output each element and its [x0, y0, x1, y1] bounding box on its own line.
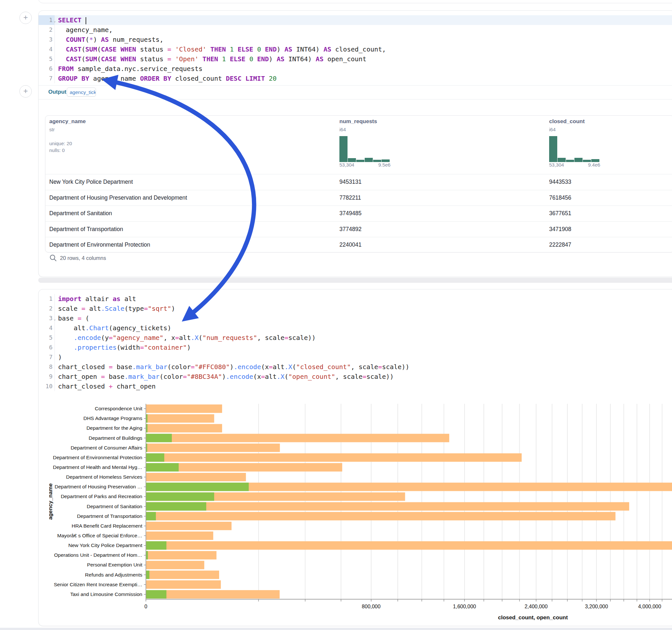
column-name: num_requests	[339, 118, 407, 125]
table-cell: Department of Sanitation	[49, 210, 112, 217]
table-cell: Department of Housing Preservation and D…	[49, 194, 187, 201]
svg-text:Refunds and Adjustments: Refunds and Adjustments	[85, 572, 142, 578]
add-cell-button-output[interactable]: +	[20, 85, 32, 98]
column-stat-unique: unique: 20	[49, 141, 86, 146]
code-line[interactable]: 9chart_open = base.mark_bar(color="#8BC3…	[39, 372, 672, 382]
table-cell: Department of Environmental Protection	[49, 241, 150, 248]
svg-text:Department of Consumer Affairs: Department of Consumer Affairs	[71, 445, 142, 451]
svg-text:agency_name: agency_name	[47, 483, 53, 519]
table-cell: 7618456	[549, 194, 571, 201]
code-line[interactable]: 7GROUP BY agency_name ORDER BY closed_co…	[39, 74, 672, 83]
svg-text:Department of Homeless Service: Department of Homeless Services	[66, 474, 142, 480]
row-count-label: 20 rows, 4 columns	[60, 255, 106, 261]
code-line[interactable]: 2scale = alt.Scale(type="sqrt")	[39, 304, 672, 313]
collapsed-cell-strip[interactable]	[38, 278, 672, 283]
table-cell: Department of Transportation	[49, 226, 123, 233]
code-line[interactable]: 4 alt.Chart(agency_tickets)	[39, 323, 672, 333]
table-footer: 20 rows, 4 columns	[50, 255, 106, 262]
code-line[interactable]: 3 COUNT(*) AS num_requests,	[39, 35, 672, 44]
svg-text:Department of Transportation: Department of Transportation	[77, 513, 142, 519]
table-cell: 2222847	[549, 241, 571, 248]
table-row: Department of Environmental Protection22…	[45, 237, 672, 252]
column-type: i64	[549, 127, 617, 132]
sql-code-editor[interactable]: 1⌄SELECT 2 agency_name,3 COUNT(*) AS num…	[39, 11, 672, 83]
code-line[interactable]: 6FROM sample_data.nyc.service_requests	[39, 64, 672, 74]
column-header-agency-name[interactable]: agency_name str unique: 20 nulls: 0	[49, 118, 86, 153]
histogram-range: 53,304 9.4e6	[549, 162, 617, 168]
svg-text:Personal Exemption Unit: Personal Exemption Unit	[87, 562, 142, 567]
column-type: i64	[339, 127, 407, 132]
output-variable-row: Output variable: agency_tickets	[39, 85, 672, 99]
svg-text:Correspondence Unit: Correspondence Unit	[95, 406, 143, 411]
svg-text:Senior Citizen Rent Increase E: Senior Citizen Rent Increase Exempti…	[54, 582, 142, 587]
table-row: New York City Police Department945313194…	[45, 174, 672, 190]
svg-text:800,000: 800,000	[362, 604, 381, 609]
svg-text:0: 0	[145, 604, 147, 609]
chevron-down-icon[interactable]: ⌄	[53, 314, 56, 324]
code-line[interactable]: 2 agency_name,	[39, 25, 672, 35]
column-header-closed-count[interactable]: closed_count i64 53,304 9.4e6	[549, 118, 617, 168]
svg-text:3,200,000: 3,200,000	[585, 604, 608, 609]
code-line[interactable]: 1import altair as alt	[39, 294, 672, 304]
table-cell: 3774892	[339, 226, 361, 233]
svg-text:Mayorâ€ s Office of Special En: Mayorâ€ s Office of Special Enforce…	[57, 533, 142, 538]
svg-text:4,000,000: 4,000,000	[638, 604, 661, 609]
svg-text:Department of Health and Menta: Department of Health and Mental Hyg…	[53, 464, 142, 470]
code-line[interactable]: 1⌄SELECT	[39, 15, 672, 25]
svg-text:1,600,000: 1,600,000	[453, 604, 476, 609]
svg-text:Department of Parks and Recrea: Department of Parks and Recreation	[61, 493, 142, 499]
code-line[interactable]: 5 CAST(SUM(CASE WHEN status = 'Open' THE…	[39, 54, 672, 64]
table-cell: 9443533	[549, 178, 571, 185]
svg-text:DHS Advantage Programs: DHS Advantage Programs	[83, 415, 142, 421]
code-line[interactable]: 8chart_closed = base.mark_bar(color="#FF…	[39, 362, 672, 372]
code-line[interactable]: 6 .properties(width="container")	[39, 343, 672, 352]
svg-text:2,400,000: 2,400,000	[525, 604, 548, 609]
svg-text:HRA Benefit Card Replacement: HRA Benefit Card Replacement	[72, 523, 143, 529]
search-icon[interactable]	[50, 255, 57, 262]
previous-cell-edge	[38, 0, 672, 3]
text-cursor	[86, 17, 86, 24]
python-code-editor[interactable]: 1import altair as alt2scale = alt.Scale(…	[39, 289, 672, 391]
svg-text:Department of Environmental Pr: Department of Environmental Protection	[53, 455, 142, 460]
altair-bar-chart[interactable]: Correspondence UnitDHS Advantage Program…	[39, 399, 672, 623]
table-cell: 2240041	[339, 241, 361, 248]
histogram-range: 53,304 9.5e6	[339, 162, 407, 168]
num-requests-histogram	[339, 135, 391, 162]
table-cell: New York City Police Department	[49, 178, 133, 185]
output-variable-pill[interactable]: agency_tickets	[67, 88, 96, 97]
python-cell: 1import altair as alt2scale = alt.Scale(…	[38, 289, 672, 626]
svg-text:Department for the Aging: Department for the Aging	[87, 425, 142, 431]
column-name: agency_name	[49, 118, 86, 125]
table-cell: 3749485	[339, 210, 361, 217]
svg-text:Operations Unit - Department o: Operations Unit - Department of Hom…	[54, 552, 142, 558]
sql-cell: 1⌄SELECT 2 agency_name,3 COUNT(*) AS num…	[38, 10, 672, 277]
code-line[interactable]: 10chart_closed + chart_open	[39, 382, 672, 391]
table-cell: 3471908	[549, 226, 571, 233]
column-header-num-requests[interactable]: num_requests i64 53,304 9.5e6	[339, 118, 407, 168]
table-cell: 7782211	[339, 194, 361, 201]
result-table: agency_name str unique: 20 nulls: 0 num_…	[45, 115, 672, 252]
column-stat-nulls: nulls: 0	[49, 147, 86, 153]
code-line[interactable]: 4 CAST(SUM(CASE WHEN status = 'Closed' T…	[39, 44, 672, 54]
svg-text:Taxi and Limousine Commission: Taxi and Limousine Commission	[70, 591, 142, 597]
column-name: closed_count	[549, 118, 617, 125]
table-row: Department of Transportation377489234719…	[45, 221, 672, 238]
column-type: str	[49, 127, 86, 132]
code-line[interactable]: 3⌄base = (	[39, 313, 672, 323]
svg-text:Department of Sanitation: Department of Sanitation	[87, 504, 142, 509]
page-bottom-band	[0, 628, 672, 630]
code-line[interactable]: 7)	[39, 352, 672, 362]
svg-text:New York City Police Departmen: New York City Police Department	[68, 542, 143, 548]
table-cell: 3677651	[549, 210, 571, 217]
svg-text:closed_count, open_count: closed_count, open_count	[498, 614, 568, 621]
closed-count-histogram	[549, 135, 601, 162]
svg-text:Department of Housing Preserva: Department of Housing Preservation …	[54, 484, 142, 489]
add-cell-button-top[interactable]: +	[20, 12, 32, 24]
table-cell: 9453131	[339, 178, 361, 185]
table-row: Department of Housing Preservation and D…	[45, 190, 672, 206]
code-line[interactable]: 5 .encode(y="agency_name", x=alt.X("num_…	[39, 333, 672, 343]
svg-text:Department of Buildings: Department of Buildings	[89, 435, 143, 441]
table-row: Department of Sanitation37494853677651	[45, 205, 672, 222]
chevron-down-icon[interactable]: ⌄	[53, 16, 56, 26]
